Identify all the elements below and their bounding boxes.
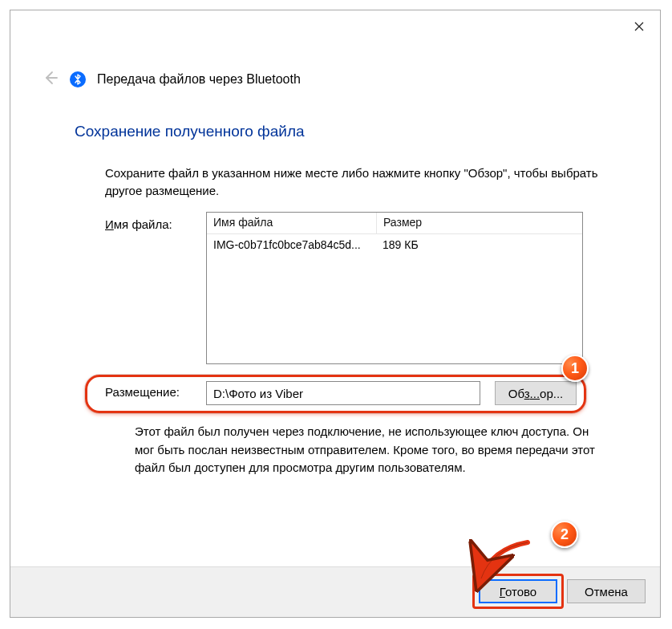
- dialog-footer: Готово Отмена: [10, 566, 660, 617]
- cancel-button[interactable]: Отмена: [567, 579, 646, 603]
- location-input[interactable]: [206, 381, 480, 405]
- list-item[interactable]: IMG-c0b71fc0bce7ab84c5d... 189 КБ: [207, 234, 582, 254]
- location-label: Размещение:: [105, 385, 180, 399]
- wizard-title: Передача файлов через Bluetooth: [97, 72, 301, 87]
- filename-label: Имя файла:: [105, 217, 172, 231]
- annotation-badge-2: 2: [551, 521, 578, 548]
- received-files-list[interactable]: Имя файла Размер IMG-c0b71fc0bce7ab84c5d…: [206, 212, 583, 364]
- file-name-cell: IMG-c0b71fc0bce7ab84c5d...: [207, 236, 376, 254]
- column-header-size[interactable]: Размер: [377, 213, 446, 233]
- close-icon[interactable]: [623, 14, 655, 39]
- list-header: Имя файла Размер: [207, 213, 582, 234]
- page-title: Сохранение полученного файла: [75, 123, 305, 140]
- file-size-cell: 189 КБ: [376, 236, 445, 254]
- instruction-text: Сохраните файл в указанном ниже месте ли…: [105, 164, 612, 200]
- back-arrow-icon: [43, 70, 59, 88]
- done-button[interactable]: Готово: [479, 579, 557, 603]
- security-warning-text: Этот файл был получен через подключение,…: [135, 423, 596, 477]
- column-header-name[interactable]: Имя файла: [207, 213, 377, 233]
- bluetooth-icon: [70, 71, 86, 87]
- bluetooth-transfer-dialog: Передача файлов через Bluetooth Сохранен…: [10, 10, 661, 618]
- browse-button[interactable]: Обзор: [495, 381, 577, 405]
- wizard-header: Передача файлов через Bluetooth: [43, 70, 301, 88]
